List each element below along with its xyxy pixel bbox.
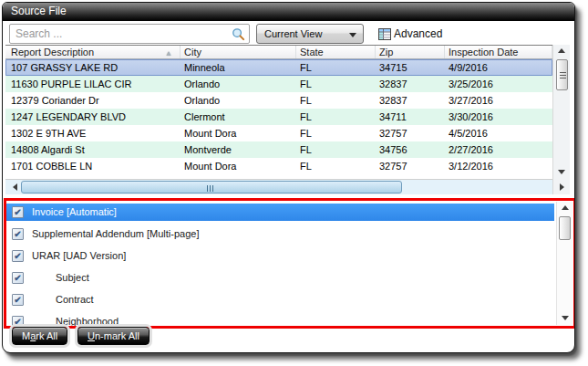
scroll-up-icon [562, 205, 569, 210]
scroll-up-button[interactable] [553, 45, 570, 58]
sort-ascending-icon[interactable]: ▲ [165, 47, 172, 60]
column-header-zip[interactable]: Zip [376, 46, 445, 58]
list-item[interactable]: ✔ Neighborhood [6, 313, 554, 326]
check-icon: ✔ [13, 273, 23, 284]
scroll-down-button[interactable] [557, 312, 573, 325]
check-icon: ✔ [13, 251, 23, 262]
list-item[interactable]: ✔ Subject [6, 269, 554, 287]
scroll-left-button[interactable] [7, 183, 22, 193]
advanced-grid-icon [378, 28, 391, 40]
vertical-scrollbar-thumb[interactable] [556, 59, 568, 90]
table-row[interactable]: 1247 LEGENDARY BLVD Clermont FL 34711 3/… [5, 109, 552, 125]
list-item[interactable]: ✔ URAR [UAD Version] [6, 247, 554, 265]
check-icon: ✔ [13, 207, 23, 218]
reports-table: 107 GRASSY LAKE RD Minneola FL 34715 4/9… [5, 59, 552, 174]
screen: Source File Current View [0, 0, 588, 366]
toolbar: Current View Advanced [3, 21, 574, 46]
table-row[interactable]: 11630 PURPLE LILAC CIR Orlando FL 32837 … [5, 76, 552, 92]
scroll-up-icon [558, 48, 565, 53]
checkbox[interactable]: ✔ [12, 272, 24, 284]
table-row[interactable]: 107 GRASSY LAKE RD Minneola FL 34715 4/9… [5, 59, 552, 76]
window-title: Source File [11, 5, 67, 17]
list-item[interactable]: ✔ Invoice [Automatic] [6, 204, 554, 221]
scroll-down-icon [562, 316, 569, 320]
column-header-report-description[interactable]: Report Description ▲ [5, 46, 181, 58]
grid-vertical-scrollbar[interactable] [552, 45, 570, 179]
check-icon: ✔ [13, 229, 23, 240]
column-header-state[interactable]: State [296, 46, 376, 58]
scroll-down-icon [558, 170, 565, 174]
checkbox[interactable]: ✔ [12, 250, 24, 262]
forms-vertical-scrollbar[interactable] [556, 202, 573, 325]
search-input[interactable] [9, 24, 250, 44]
checkbox[interactable]: ✔ [12, 294, 24, 306]
grid-header: Report Description ▲ City State Zip Insp… [5, 45, 552, 59]
table-row[interactable]: 14808 Algardi St Montverde FL 34756 2/27… [5, 141, 552, 158]
source-file-window: Source File Current View [2, 2, 575, 353]
forms-checklist-panel: ✔ Invoice [Automatic] ✔ Supplemental Add… [4, 198, 575, 329]
table-row[interactable]: 1302 E 9TH AVE Mount Dora FL 32757 4/5/2… [5, 125, 552, 141]
forms-checklist: ✔ Invoice [Automatic] ✔ Supplemental Add… [6, 201, 554, 326]
checkbox[interactable]: ✔ [12, 206, 24, 218]
footer: Mark All Un-mark All [3, 325, 574, 349]
search-box [9, 24, 250, 44]
titlebar[interactable]: Source File [3, 3, 574, 21]
view-dropdown-value: Current View [264, 28, 322, 39]
search-icon[interactable] [232, 27, 245, 41]
column-header-inspection-date[interactable]: Inspection Date [445, 46, 552, 58]
scroll-left-icon [13, 183, 17, 191]
grid-horizontal-scrollbar[interactable] [5, 179, 552, 194]
advanced-label: Advanced [394, 27, 442, 40]
scroll-right-button[interactable] [552, 179, 570, 194]
check-icon: ✔ [13, 295, 23, 306]
vertical-scrollbar-thumb[interactable] [559, 216, 571, 240]
chevron-down-icon [349, 33, 356, 37]
table-row[interactable]: 1701 COBBLE LN Mount Dora FL 32757 3/12/… [5, 158, 552, 174]
scroll-right-icon [560, 183, 564, 191]
scrollbar-grip [560, 72, 566, 79]
unmark-all-button[interactable]: Un-mark All [77, 327, 150, 345]
advanced-button[interactable]: Advanced [378, 26, 442, 41]
column-header-city[interactable]: City [181, 46, 296, 58]
list-item[interactable]: ✔ Supplemental Addendum [Multi-page] [6, 225, 554, 243]
checkbox[interactable]: ✔ [12, 228, 24, 240]
list-item[interactable]: ✔ Contract [6, 291, 554, 308]
table-row[interactable]: 12379 Coriander Dr Orlando FL 32837 3/27… [5, 92, 552, 109]
scroll-up-button[interactable] [557, 202, 573, 214]
scroll-down-button[interactable] [553, 166, 570, 179]
scrollbar-grip [207, 185, 215, 192]
view-dropdown[interactable]: Current View [256, 24, 364, 44]
horizontal-scrollbar-thumb[interactable] [21, 181, 402, 193]
mark-all-button[interactable]: Mark All [12, 327, 67, 345]
